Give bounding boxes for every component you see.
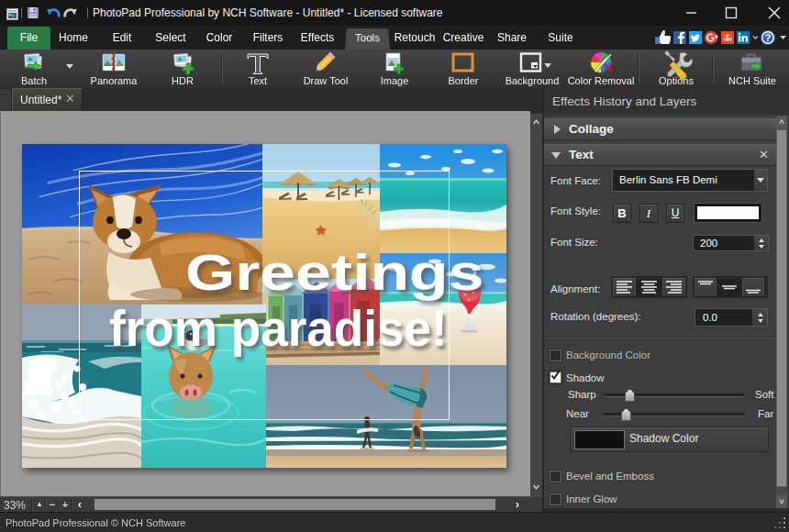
svg-text:?: ? — [765, 32, 772, 43]
